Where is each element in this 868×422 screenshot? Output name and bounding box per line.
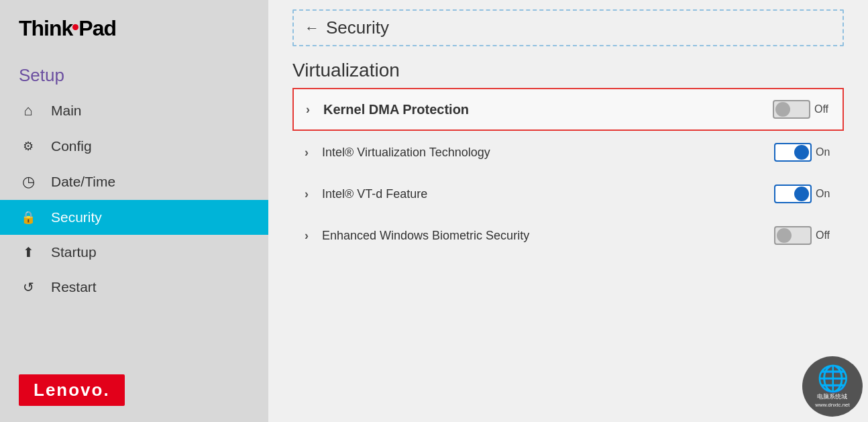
toggle-track-enhanced-biometric[interactable] [774, 226, 812, 245]
toggle-label-enhanced-biometric: Off [816, 229, 832, 242]
toggle-label-intel-vtd: On [816, 188, 832, 200]
setting-label-intel-vtd: Intel® VT-d Feature [322, 187, 774, 201]
security-icon: 🔒 [19, 210, 38, 225]
main-content: ← Security Virtualization › Kernel DMA P… [268, 0, 868, 422]
startup-icon: ⬆ [19, 244, 38, 260]
toggle-label-intel-vt: On [816, 146, 832, 158]
lenovo-logo: Lenovo. [19, 374, 125, 406]
sidebar-item-config-label: Config [51, 138, 92, 154]
chevron-icon: › [305, 187, 309, 201]
nav-items: ⌂ Main ⚙ Config ◷ Date/Time 🔒 Security ⬆… [0, 93, 268, 362]
chevron-icon: › [306, 103, 310, 117]
settings-list: › Kernel DMA Protection Off › Intel® Vir… [268, 88, 868, 422]
toggle-track-intel-vtd[interactable] [774, 184, 812, 203]
setting-kernel-dma[interactable]: › Kernel DMA Protection Off [292, 88, 844, 131]
sidebar: ThinkPad Setup ⌂ Main ⚙ Config ◷ Date/Ti… [0, 0, 268, 422]
chevron-icon: › [305, 229, 309, 243]
toggle-knob-intel-vtd [794, 187, 809, 201]
sidebar-item-main[interactable]: ⌂ Main [0, 93, 268, 129]
toggle-intel-vt[interactable]: On [774, 143, 832, 162]
config-icon: ⚙ [19, 139, 38, 154]
sidebar-item-main-label: Main [51, 103, 82, 119]
toggle-knob-intel-vt [794, 145, 809, 160]
toggle-track-intel-vt[interactable] [774, 143, 812, 162]
setting-intel-vtd[interactable]: › Intel® VT-d Feature On [292, 174, 844, 214]
home-icon: ⌂ [19, 102, 38, 119]
toggle-label-kernel-dma: Off [814, 103, 830, 115]
toggle-enhanced-biometric[interactable]: Off [774, 226, 832, 245]
toggle-kernel-dma[interactable]: Off [773, 100, 830, 119]
breadcrumb[interactable]: ← Security [292, 9, 844, 46]
thinkpad-text: ThinkPad [19, 16, 116, 41]
breadcrumb-title: Security [326, 17, 389, 38]
sidebar-item-security-label: Security [51, 209, 102, 225]
sidebar-item-restart[interactable]: ↺ Restart [0, 270, 268, 305]
toggle-knob-kernel-dma [775, 102, 790, 117]
setting-intel-vt[interactable]: › Intel® Virtualization Technology On [292, 132, 844, 172]
globe-icon: 🌐 [817, 364, 849, 393]
section-title: Virtualization [268, 49, 868, 88]
sidebar-item-startup-label: Startup [51, 244, 97, 260]
sidebar-item-datetime[interactable]: ◷ Date/Time [0, 164, 268, 200]
back-button[interactable]: ← [305, 19, 319, 37]
sidebar-item-startup[interactable]: ⬆ Startup [0, 235, 268, 270]
toggle-track-kernel-dma[interactable] [773, 100, 810, 119]
toggle-knob-enhanced-biometric [777, 228, 792, 243]
thinkpad-logo: ThinkPad [19, 16, 250, 41]
sidebar-item-config[interactable]: ⚙ Config [0, 129, 268, 164]
sidebar-item-datetime-label: Date/Time [51, 174, 115, 190]
setting-label-kernel-dma: Kernel DMA Protection [323, 102, 773, 117]
logo-area: ThinkPad [0, 0, 268, 53]
lenovo-logo-area: Lenovo. [0, 362, 268, 422]
chevron-icon: › [305, 146, 309, 160]
toggle-intel-vtd[interactable]: On [774, 184, 832, 203]
clock-icon: ◷ [19, 173, 38, 191]
sidebar-item-restart-label: Restart [51, 279, 97, 295]
setting-label-intel-vt: Intel® Virtualization Technology [322, 146, 774, 160]
thinkpad-dot [72, 24, 78, 30]
watermark-text: 电脑系统城 www.dnxtc.net [815, 393, 850, 409]
setting-enhanced-biometric[interactable]: › Enhanced Windows Biometric Security Of… [292, 215, 844, 256]
watermark: 🌐 电脑系统城 www.dnxtc.net [802, 356, 863, 417]
setup-label: Setup [0, 53, 268, 93]
setting-label-enhanced-biometric: Enhanced Windows Biometric Security [322, 229, 774, 243]
restart-icon: ↺ [19, 279, 38, 295]
sidebar-item-security[interactable]: 🔒 Security [0, 200, 268, 235]
